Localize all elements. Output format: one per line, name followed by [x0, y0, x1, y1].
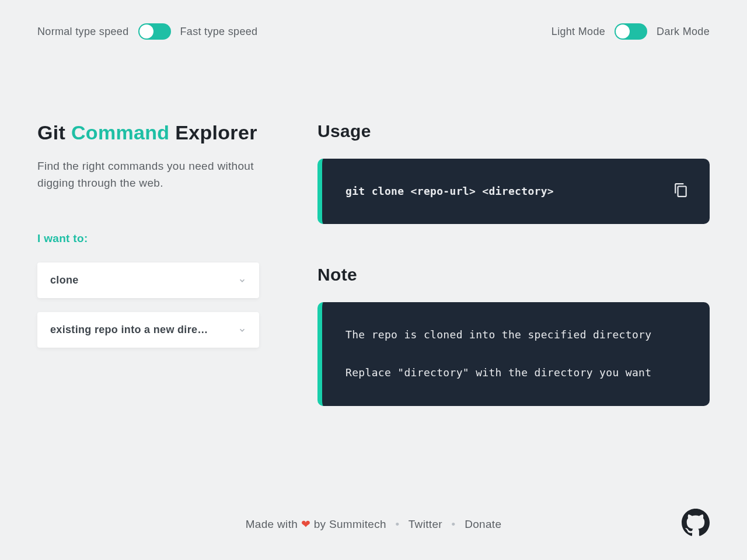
- theme-right-label: Dark Mode: [657, 26, 710, 38]
- subaction-dropdown[interactable]: existing repo into a new dire…: [37, 312, 259, 348]
- chevron-down-icon: [238, 276, 246, 285]
- subaction-dropdown-value: existing repo into a new dire…: [50, 324, 208, 336]
- theme-toggle-group: Light Mode Dark Mode: [551, 23, 710, 40]
- twitter-link[interactable]: Twitter: [409, 518, 442, 530]
- note-line-2: Replace "directory" with the directory y…: [345, 363, 686, 382]
- type-speed-toggle-group: Normal type speed Fast type speed: [37, 23, 257, 40]
- type-speed-toggle[interactable]: [138, 23, 171, 40]
- type-speed-right-label: Fast type speed: [180, 26, 258, 38]
- page-subtitle: Find the right commands you need without…: [37, 158, 259, 191]
- usage-code-block: git clone <repo-url> <directory>: [317, 159, 710, 224]
- copy-icon[interactable]: [673, 182, 689, 198]
- action-dropdown-value: clone: [50, 274, 79, 286]
- prompt-label: I want to:: [37, 232, 259, 245]
- note-block: The repo is cloned into the specified di…: [317, 302, 710, 405]
- theme-left-label: Light Mode: [551, 26, 605, 38]
- chevron-down-icon: [238, 326, 246, 334]
- footer: Made with ❤ by Summitech • Twitter • Don…: [0, 517, 747, 531]
- note-line-1: The repo is cloned into the specified di…: [345, 326, 686, 344]
- type-speed-left-label: Normal type speed: [37, 26, 129, 38]
- note-heading: Note: [317, 265, 710, 285]
- donate-link[interactable]: Donate: [465, 518, 501, 530]
- action-dropdown[interactable]: clone: [37, 262, 259, 298]
- page-title: Git Command Explorer: [37, 121, 259, 144]
- usage-code-text: git clone <repo-url> <directory>: [345, 185, 554, 197]
- usage-heading: Usage: [317, 121, 710, 141]
- heart-icon: ❤: [301, 518, 310, 530]
- theme-toggle[interactable]: [615, 23, 647, 40]
- github-icon[interactable]: [682, 509, 710, 537]
